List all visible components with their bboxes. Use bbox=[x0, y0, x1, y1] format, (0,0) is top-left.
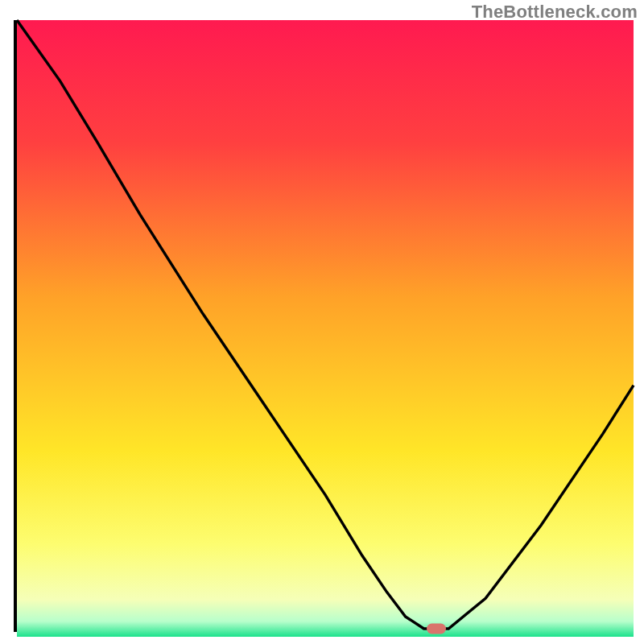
optimal-point-marker bbox=[427, 624, 446, 634]
bottleneck-curve bbox=[17, 20, 634, 629]
watermark-text: TheBottleneck.com bbox=[472, 2, 638, 23]
plot-area bbox=[14, 20, 634, 632]
